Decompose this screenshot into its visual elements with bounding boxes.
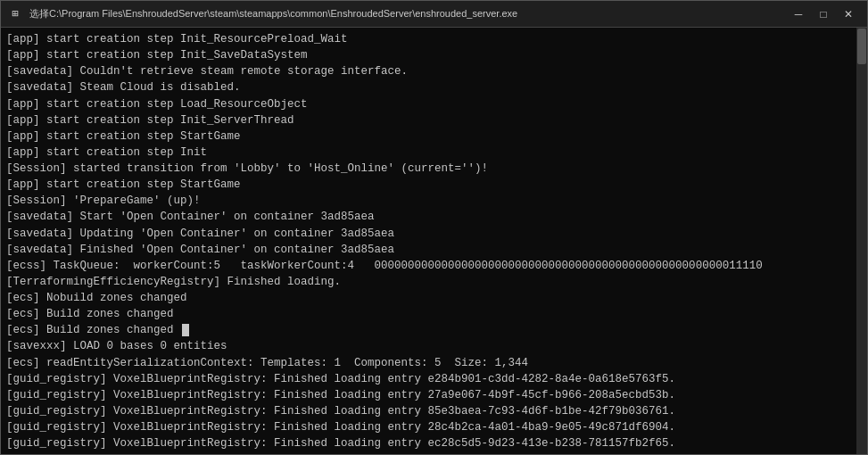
window-title: 选择C:\Program Files\EnshroudedServer\stea… bbox=[29, 7, 517, 21]
title-bar-left: ⊞ 选择C:\Program Files\EnshroudedServer\st… bbox=[8, 7, 517, 21]
title-bar: ⊞ 选择C:\Program Files\EnshroudedServer\st… bbox=[1, 1, 867, 28]
app-icon: ⊞ bbox=[8, 7, 22, 21]
title-bar-controls: ─ □ ✕ bbox=[787, 5, 860, 23]
scrollbar[interactable] bbox=[856, 28, 867, 454]
scrollbar-thumb[interactable] bbox=[857, 29, 866, 64]
minimize-button[interactable]: ─ bbox=[787, 5, 810, 23]
maximize-button[interactable]: □ bbox=[812, 5, 835, 23]
close-button[interactable]: ✕ bbox=[837, 5, 860, 23]
console-area: [app] start creation step Init_ResourceP… bbox=[1, 28, 867, 454]
console-output: [app] start creation step Init_ResourceP… bbox=[6, 31, 862, 454]
main-window: ⊞ 选择C:\Program Files\EnshroudedServer\st… bbox=[0, 0, 868, 455]
